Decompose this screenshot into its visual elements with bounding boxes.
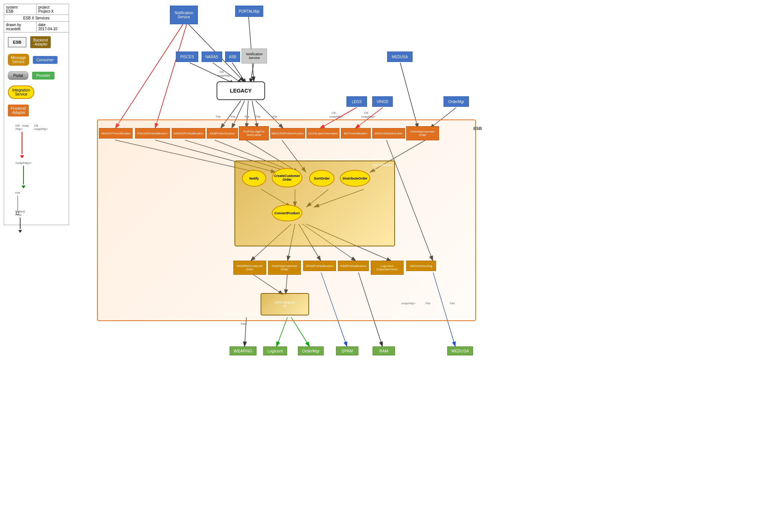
legend-provider: Provider [32, 72, 55, 80]
legend-row-message: MessageService Consumer [8, 54, 65, 66]
legend-row-frontend: Frontend-Adapter [8, 105, 65, 116]
svg-text:File: File [256, 115, 261, 118]
svg-line-13 [155, 24, 187, 129]
vamos-pre: VAMOSPreNotification [99, 128, 133, 139]
ramp-pre: RAMPreNotification [338, 261, 369, 271]
medusa-dist: MEDUSADistribution [372, 128, 405, 139]
notify-node: Notify [242, 170, 266, 187]
svg-line-7 [190, 63, 235, 84]
logistics: LogicsticsCOperatorOrder [371, 261, 404, 275]
date: date 2017-04-10 [37, 22, 69, 32]
logicent-bot: Logicent [263, 346, 287, 355]
ordermgr-op: OrderMgrOperatorOrder [406, 126, 439, 140]
svg-line-62 [291, 317, 310, 347]
spam-pre: SPAMPreNotification [303, 261, 336, 271]
main-container: system ESB project Project-X ESB X Servi… [0, 0, 759, 532]
convert-product: ConvertProduct [272, 205, 302, 221]
medusa-pre: MEDUSAPreNotification [270, 128, 305, 139]
legend-row-integration: IntegrationService [8, 85, 65, 99]
ram-bot: RAM [373, 346, 395, 355]
medusa-top: MEDUSA [387, 52, 413, 62]
legend-message: MessageService [8, 54, 29, 66]
medusa-bot: MEDUSA [447, 346, 473, 355]
svg-line-12 [115, 24, 183, 129]
svg-text:File: File [245, 115, 249, 118]
svg-text:CB: CB [332, 111, 336, 115]
pisces: PISCES [176, 52, 198, 62]
distribute-order: DistributeOrder [340, 170, 370, 187]
portalmgr-pre: PORTALMgrPreNotification [239, 126, 269, 140]
svg-text:File: File [216, 115, 221, 118]
legend-consumer: Consumer [33, 56, 57, 64]
diagram: CB soap/http> File File File File File C… [75, 0, 759, 532]
asb-pre: ASBPreNotification [207, 128, 238, 139]
notification-service-top: NotificationService [170, 6, 198, 24]
svg-text:soap/http>: soap/http> [329, 115, 343, 118]
naras: NARAS [202, 52, 222, 62]
vinod: VINOD [372, 96, 393, 107]
svg-text:soap/http>: soap/http> [361, 115, 376, 118]
svg-line-8 [213, 63, 243, 84]
wearng-cust: WEARNGCustomerOrder [233, 261, 266, 275]
svg-text:soap/http>: soap/http> [218, 74, 232, 77]
legend-items: ESB Backend-Adapter MessageService Consu… [4, 32, 69, 120]
pisces-pre: PISCESPreNotification [135, 128, 170, 139]
legend-frontend: Frontend-Adapter [8, 105, 29, 116]
legacy-box: LEGACY [217, 81, 265, 100]
naras-pre: NARASPreNotification [172, 128, 205, 139]
legend-backend: Backend-Adapter [30, 36, 51, 48]
portalmgr-top: PORTALMgr [235, 6, 263, 17]
create-customer-order: CreateCustomerOrder [272, 168, 302, 187]
svg-text:File: File [273, 115, 277, 118]
legend-header: system ESB project Project-X [4, 4, 69, 15]
svg-text:CB: CB [220, 70, 224, 74]
legend-esb: ESB [8, 37, 27, 47]
jms2-container: JMS Instance#2 [261, 293, 309, 315]
svg-text:File: File [231, 115, 236, 118]
svg-line-61 [276, 317, 287, 347]
asb: ASB [225, 52, 240, 62]
legend-box: system ESB project Project-X ESB X Servi… [4, 4, 69, 225]
sort-order: SortOrder [309, 170, 335, 187]
medusa-sort: MEDUSASorting [406, 261, 436, 271]
ordermgr-bot: OrderMgr [298, 346, 324, 355]
wearng-bot: WEARNG [230, 346, 256, 355]
legend-integration: IntegrationService [8, 85, 34, 99]
notification-service-mid: NotificationService [242, 49, 267, 63]
legend-row-portal: Portal Provider [8, 71, 65, 80]
svg-line-60 [245, 317, 246, 347]
legend-row-esb: ESB Backend-Adapter [8, 36, 65, 48]
system-label: system ESB [4, 4, 37, 15]
svg-line-10 [250, 63, 254, 84]
legs: LEGS [346, 96, 367, 107]
svg-text:File: File [241, 322, 246, 326]
ordermgr-cust: OrderMgrCustomerOrder [268, 261, 301, 275]
legend-portal: Portal [8, 71, 28, 80]
drawn-by: drawn by mcastelli [4, 22, 37, 32]
project-label: project Project-X [37, 4, 69, 15]
spam-bot: SPAM [336, 346, 358, 355]
svg-line-6 [248, 13, 254, 82]
esb-label: ESB [473, 126, 482, 131]
svg-line-11 [400, 63, 418, 129]
legend-title: ESB X Services [4, 15, 69, 22]
ordermgr-top: OrderMgr [444, 96, 469, 107]
legend-meta: drawn by mcastelli date 2017-04-10 [4, 22, 69, 32]
legs-label-gen: LEGSLabelGenerated [307, 128, 339, 139]
bd-pre: BDPreNotification [341, 128, 371, 139]
svg-line-9 [232, 63, 246, 84]
svg-text:CB: CB [364, 111, 368, 115]
